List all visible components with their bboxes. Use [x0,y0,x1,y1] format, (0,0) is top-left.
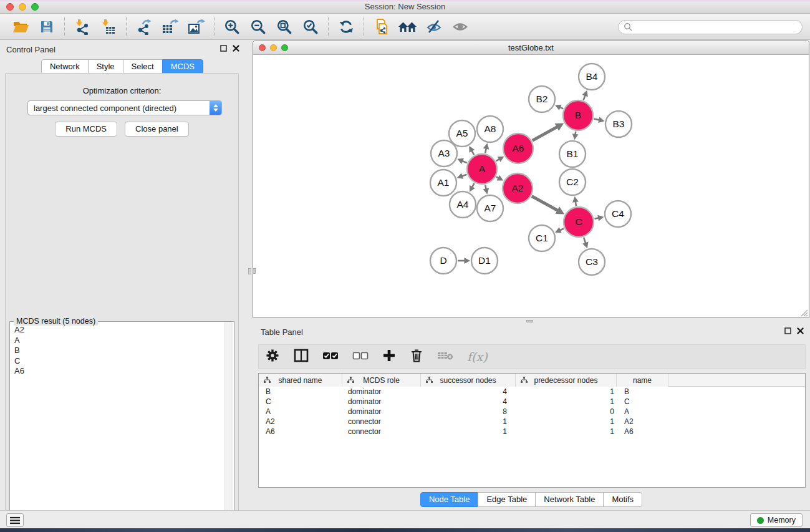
table-row[interactable]: A2connector11A2 [259,417,805,427]
column-header-name[interactable]: name [617,374,668,387]
graph-node-A6[interactable]: A6 [503,133,533,163]
table-row[interactable]: A6connector11A6 [259,427,805,437]
table-row[interactable]: Bdominator41B [259,387,805,397]
tab-mcds[interactable]: MCDS [162,59,203,74]
save-session-button[interactable] [34,16,60,38]
column-header-successor-nodes[interactable]: successor nodes [421,374,516,387]
zoom-fit-button[interactable] [271,16,297,38]
graph-node-B4[interactable]: B4 [579,64,605,90]
network-window-titlebar[interactable]: testGlobe.txt [253,41,809,55]
import-table-button[interactable] [95,16,122,38]
column-header-MCDS-role[interactable]: MCDS role [342,374,421,387]
node-table[interactable]: shared nameMCDS rolesuccessor nodesprede… [258,373,806,488]
graph-node-A8[interactable]: A8 [477,116,503,142]
zoom-out-button[interactable] [245,16,271,38]
tab-edge-table[interactable]: Edge Table [478,492,536,507]
graph-edge-A-A7[interactable] [485,185,486,189]
graph-node-A1[interactable]: A1 [430,170,456,196]
graph-edge-A6-B[interactable] [533,127,557,140]
delete-column-button[interactable] [410,348,423,365]
graph-node-A7[interactable]: A7 [477,195,503,221]
select-all-button[interactable] [322,350,339,364]
close-table-panel-icon[interactable] [797,327,804,334]
network-canvas[interactable]: B4B2BB3B1A5A8A6A3AA1A2C2A4A7C4CC1C3DD1 [254,56,808,317]
add-column-button[interactable] [382,349,396,365]
graph-node-A3[interactable]: A3 [431,140,457,167]
network-hscroll-thumb[interactable] [526,320,533,322]
tab-node-table[interactable]: Node Table [420,492,479,507]
result-scrollbar[interactable] [224,322,233,531]
tab-network-table[interactable]: Network Table [535,492,604,507]
import-network-button[interactable] [69,16,95,38]
graph-node-B[interactable]: B [563,100,593,130]
graph-edge-A-A5[interactable] [471,150,474,155]
mcds-result-item[interactable]: A6 [14,366,224,377]
graph-node-C3[interactable]: C3 [579,249,605,275]
sort-column-icon[interactable] [521,377,528,384]
task-history-button[interactable] [6,513,24,527]
graph-edge-C-C3[interactable] [584,238,586,243]
graph-edge-A-A3[interactable] [462,161,467,163]
column-header-predecessor-nodes[interactable]: predecessor nodes [516,374,617,387]
memory-button[interactable]: Memory [750,513,803,527]
graph-edge-A-A8[interactable] [485,148,486,153]
table-row[interactable]: Cdominator41C [259,397,805,407]
split-pane-handle[interactable] [248,268,251,274]
sort-column-icon[interactable] [264,377,271,384]
graph-node-A5[interactable]: A5 [449,120,475,147]
delete-table-button[interactable] [437,351,453,363]
optimization-dropdown[interactable]: largest connected component (directed) [27,100,222,115]
graph-node-A4[interactable]: A4 [450,191,476,218]
open-session-button[interactable] [7,16,34,38]
sort-column-icon[interactable] [347,377,354,384]
mcds-result-item[interactable]: A [14,336,224,346]
zoom-selected-button[interactable] [297,16,324,38]
export-network-button[interactable] [131,16,157,38]
duplicate-network-button[interactable] [369,16,395,38]
graph-node-A2[interactable]: A2 [503,173,533,203]
network-graph[interactable]: B4B2BB3B1A5A8A6A3AA1A2C2A4A7C4CC1C3DD1 [254,56,808,317]
export-image-button[interactable] [183,16,210,38]
graph-node-B1[interactable]: B1 [559,141,586,167]
sort-column-icon[interactable] [426,377,433,384]
graph-edge-C-C2[interactable] [576,201,576,206]
graph-node-C2[interactable]: C2 [559,169,586,195]
function-builder-button[interactable]: f(x) [467,350,488,364]
column-header-shared-name[interactable]: shared name [259,374,342,387]
search-input[interactable] [618,20,803,34]
float-table-panel-icon[interactable] [784,327,791,334]
network-vscroll-thumb[interactable] [253,268,256,274]
graph-edge-B-B3[interactable] [594,118,599,120]
graph-node-C[interactable]: C [564,207,594,237]
tab-motifs[interactable]: Motifs [603,492,642,507]
close-panel-button[interactable]: Close panel [125,122,189,137]
graph-edge-A2-C[interactable] [532,196,558,211]
graph-node-C1[interactable]: C1 [529,225,555,251]
home-view-button[interactable] [395,16,421,38]
resize-grip-icon[interactable] [800,309,808,317]
split-column-button[interactable] [294,349,309,365]
tab-style[interactable]: Style [88,59,123,74]
graph-edge-B-B4[interactable] [584,95,586,100]
mcds-result-item[interactable]: B [14,346,224,356]
graph-edge-C-C4[interactable] [594,218,599,218]
export-table-button[interactable] [157,16,183,38]
mcds-result-item[interactable]: A2 [14,325,224,336]
graph-edge-C-C1[interactable] [560,228,564,230]
hide-details-button[interactable] [421,16,447,38]
graph-edge-A-A4[interactable] [472,183,475,187]
float-panel-icon[interactable] [220,45,227,52]
graph-edge-A-A1[interactable] [462,175,467,177]
show-details-button[interactable] [447,16,473,38]
graph-node-D1[interactable]: D1 [471,248,498,274]
table-row[interactable]: Adominator80A [259,407,805,417]
table-settings-button[interactable] [265,348,280,365]
mcds-result-item[interactable]: C [14,356,224,367]
tab-select[interactable]: Select [123,59,163,74]
mcds-result-list[interactable]: A2ABCA6 [11,325,224,530]
graph-node-D[interactable]: D [430,248,456,274]
zoom-in-button[interactable] [219,16,245,38]
run-mcds-button[interactable]: Run MCDS [55,122,117,137]
tab-network[interactable]: Network [41,59,89,74]
deselect-all-button[interactable] [352,350,369,364]
